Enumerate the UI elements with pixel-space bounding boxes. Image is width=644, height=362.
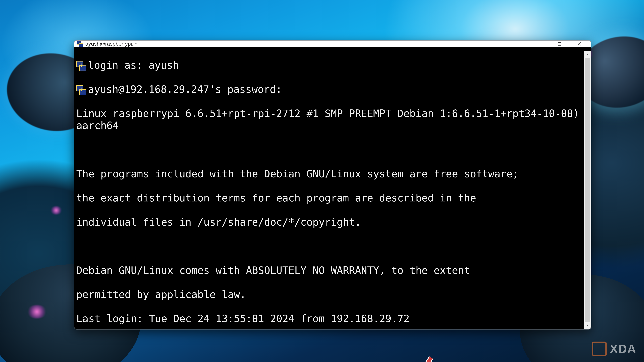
terminal-line: the exact distribution terms for each pr… <box>76 192 589 204</box>
terminal-window: ayush@raspberrypi: ~ login as: ayush ayu… <box>74 40 591 330</box>
minimize-button[interactable] <box>530 41 550 47</box>
wallpaper-glow <box>50 206 62 215</box>
svg-marker-4 <box>586 54 589 55</box>
terminal-line: permitted by applicable law. <box>76 289 589 301</box>
terminal-line <box>76 240 589 252</box>
terminal-line: The programs included with the Debian GN… <box>76 168 589 180</box>
svg-marker-5 <box>586 325 589 326</box>
login-as-label: login as: <box>88 59 148 71</box>
wallpaper-glow <box>27 305 47 319</box>
putty-icon <box>76 85 86 95</box>
putty-icon <box>76 61 86 71</box>
terminal-line: Debian GNU/Linux comes with ABSOLUTELY N… <box>76 264 589 276</box>
terminal-line <box>76 144 589 156</box>
terminal-line: individual files in /usr/share/doc/*/cop… <box>76 216 589 228</box>
terminal-line: Linux raspberrypi 6.6.51+rpt-rpi-2712 #1… <box>76 107 589 132</box>
terminal-line: Last login: Tue Dec 24 13:55:01 2024 fro… <box>76 313 589 325</box>
scrollbar-thumb[interactable] <box>585 58 590 322</box>
xda-logo-icon <box>592 342 607 356</box>
xda-watermark: XDA <box>592 342 636 356</box>
scroll-up-button[interactable] <box>584 51 591 58</box>
maximize-button[interactable] <box>550 41 569 47</box>
login-user: ayush <box>148 59 179 71</box>
scroll-down-button[interactable] <box>584 322 591 329</box>
close-button[interactable] <box>569 41 589 47</box>
window-title: ayush@raspberrypi: ~ <box>85 41 138 47</box>
putty-icon <box>77 41 83 47</box>
window-controls <box>530 41 589 47</box>
svg-rect-1 <box>558 42 561 45</box>
password-prompt: ayush@192.168.29.247's password: <box>88 83 282 95</box>
wallpaper-glow <box>44 97 55 106</box>
window-titlebar[interactable]: ayush@raspberrypi: ~ <box>74 41 591 47</box>
vertical-scrollbar[interactable] <box>584 51 591 329</box>
scrollbar-track[interactable] <box>584 58 591 322</box>
terminal-viewport[interactable]: login as: ayush ayush@192.168.29.247's p… <box>74 47 591 329</box>
watermark-text: XDA <box>610 342 636 356</box>
